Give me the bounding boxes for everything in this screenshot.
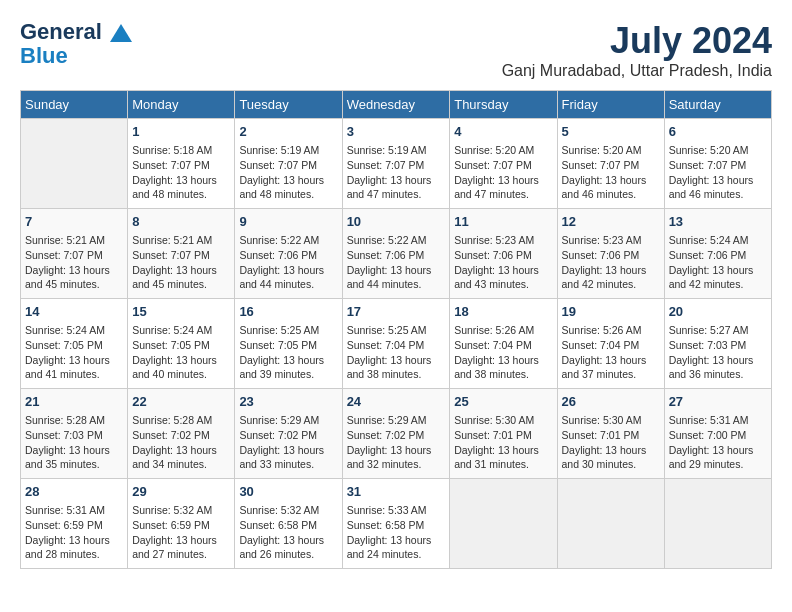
calendar-cell: 25Sunrise: 5:30 AM Sunset: 7:01 PM Dayli…: [450, 389, 557, 479]
day-info: Sunrise: 5:27 AM Sunset: 7:03 PM Dayligh…: [669, 323, 767, 382]
day-number: 6: [669, 123, 767, 141]
day-number: 21: [25, 393, 123, 411]
calendar-cell: [664, 479, 771, 569]
calendar-cell: 1Sunrise: 5:18 AM Sunset: 7:07 PM Daylig…: [128, 119, 235, 209]
day-info: Sunrise: 5:18 AM Sunset: 7:07 PM Dayligh…: [132, 143, 230, 202]
logo-general: General: [20, 20, 132, 44]
day-number: 1: [132, 123, 230, 141]
day-info: Sunrise: 5:32 AM Sunset: 6:58 PM Dayligh…: [239, 503, 337, 562]
day-info: Sunrise: 5:32 AM Sunset: 6:59 PM Dayligh…: [132, 503, 230, 562]
day-info: Sunrise: 5:31 AM Sunset: 6:59 PM Dayligh…: [25, 503, 123, 562]
day-number: 14: [25, 303, 123, 321]
day-number: 26: [562, 393, 660, 411]
day-number: 25: [454, 393, 552, 411]
calendar-cell: 14Sunrise: 5:24 AM Sunset: 7:05 PM Dayli…: [21, 299, 128, 389]
day-number: 5: [562, 123, 660, 141]
day-info: Sunrise: 5:28 AM Sunset: 7:02 PM Dayligh…: [132, 413, 230, 472]
header-row: SundayMondayTuesdayWednesdayThursdayFrid…: [21, 91, 772, 119]
calendar-cell: 9Sunrise: 5:22 AM Sunset: 7:06 PM Daylig…: [235, 209, 342, 299]
day-info: Sunrise: 5:20 AM Sunset: 7:07 PM Dayligh…: [562, 143, 660, 202]
day-info: Sunrise: 5:22 AM Sunset: 7:06 PM Dayligh…: [347, 233, 446, 292]
week-row-3: 14Sunrise: 5:24 AM Sunset: 7:05 PM Dayli…: [21, 299, 772, 389]
week-row-1: 1Sunrise: 5:18 AM Sunset: 7:07 PM Daylig…: [21, 119, 772, 209]
calendar-cell: 10Sunrise: 5:22 AM Sunset: 7:06 PM Dayli…: [342, 209, 450, 299]
week-row-5: 28Sunrise: 5:31 AM Sunset: 6:59 PM Dayli…: [21, 479, 772, 569]
day-header-thursday: Thursday: [450, 91, 557, 119]
day-info: Sunrise: 5:20 AM Sunset: 7:07 PM Dayligh…: [454, 143, 552, 202]
day-number: 3: [347, 123, 446, 141]
day-number: 15: [132, 303, 230, 321]
logo-blue: Blue: [20, 44, 68, 68]
week-row-4: 21Sunrise: 5:28 AM Sunset: 7:03 PM Dayli…: [21, 389, 772, 479]
month-year-title: July 2024: [502, 20, 772, 62]
calendar-cell: [450, 479, 557, 569]
day-header-friday: Friday: [557, 91, 664, 119]
calendar-cell: 11Sunrise: 5:23 AM Sunset: 7:06 PM Dayli…: [450, 209, 557, 299]
day-number: 8: [132, 213, 230, 231]
calendar-table: SundayMondayTuesdayWednesdayThursdayFrid…: [20, 90, 772, 569]
location-label: Ganj Muradabad, Uttar Pradesh, India: [502, 62, 772, 80]
day-info: Sunrise: 5:30 AM Sunset: 7:01 PM Dayligh…: [562, 413, 660, 472]
day-number: 4: [454, 123, 552, 141]
calendar-cell: 26Sunrise: 5:30 AM Sunset: 7:01 PM Dayli…: [557, 389, 664, 479]
day-info: Sunrise: 5:26 AM Sunset: 7:04 PM Dayligh…: [562, 323, 660, 382]
day-number: 28: [25, 483, 123, 501]
day-number: 22: [132, 393, 230, 411]
svg-marker-0: [110, 24, 132, 42]
day-info: Sunrise: 5:24 AM Sunset: 7:05 PM Dayligh…: [132, 323, 230, 382]
calendar-cell: 31Sunrise: 5:33 AM Sunset: 6:58 PM Dayli…: [342, 479, 450, 569]
day-info: Sunrise: 5:33 AM Sunset: 6:58 PM Dayligh…: [347, 503, 446, 562]
day-info: Sunrise: 5:20 AM Sunset: 7:07 PM Dayligh…: [669, 143, 767, 202]
day-header-sunday: Sunday: [21, 91, 128, 119]
day-header-saturday: Saturday: [664, 91, 771, 119]
calendar-cell: 12Sunrise: 5:23 AM Sunset: 7:06 PM Dayli…: [557, 209, 664, 299]
day-info: Sunrise: 5:28 AM Sunset: 7:03 PM Dayligh…: [25, 413, 123, 472]
calendar-cell: 20Sunrise: 5:27 AM Sunset: 7:03 PM Dayli…: [664, 299, 771, 389]
day-number: 20: [669, 303, 767, 321]
day-number: 19: [562, 303, 660, 321]
day-info: Sunrise: 5:22 AM Sunset: 7:06 PM Dayligh…: [239, 233, 337, 292]
calendar-cell: 2Sunrise: 5:19 AM Sunset: 7:07 PM Daylig…: [235, 119, 342, 209]
calendar-cell: 28Sunrise: 5:31 AM Sunset: 6:59 PM Dayli…: [21, 479, 128, 569]
calendar-cell: 6Sunrise: 5:20 AM Sunset: 7:07 PM Daylig…: [664, 119, 771, 209]
calendar-cell: 21Sunrise: 5:28 AM Sunset: 7:03 PM Dayli…: [21, 389, 128, 479]
calendar-cell: 18Sunrise: 5:26 AM Sunset: 7:04 PM Dayli…: [450, 299, 557, 389]
calendar-cell: [557, 479, 664, 569]
calendar-cell: 15Sunrise: 5:24 AM Sunset: 7:05 PM Dayli…: [128, 299, 235, 389]
calendar-cell: 27Sunrise: 5:31 AM Sunset: 7:00 PM Dayli…: [664, 389, 771, 479]
day-number: 23: [239, 393, 337, 411]
day-info: Sunrise: 5:29 AM Sunset: 7:02 PM Dayligh…: [347, 413, 446, 472]
day-info: Sunrise: 5:23 AM Sunset: 7:06 PM Dayligh…: [562, 233, 660, 292]
calendar-cell: 22Sunrise: 5:28 AM Sunset: 7:02 PM Dayli…: [128, 389, 235, 479]
logo-icon: [110, 24, 132, 42]
day-number: 10: [347, 213, 446, 231]
week-row-2: 7Sunrise: 5:21 AM Sunset: 7:07 PM Daylig…: [21, 209, 772, 299]
day-info: Sunrise: 5:25 AM Sunset: 7:04 PM Dayligh…: [347, 323, 446, 382]
day-number: 27: [669, 393, 767, 411]
day-number: 16: [239, 303, 337, 321]
calendar-cell: 7Sunrise: 5:21 AM Sunset: 7:07 PM Daylig…: [21, 209, 128, 299]
day-number: 29: [132, 483, 230, 501]
calendar-cell: 16Sunrise: 5:25 AM Sunset: 7:05 PM Dayli…: [235, 299, 342, 389]
day-number: 2: [239, 123, 337, 141]
day-info: Sunrise: 5:21 AM Sunset: 7:07 PM Dayligh…: [132, 233, 230, 292]
day-info: Sunrise: 5:19 AM Sunset: 7:07 PM Dayligh…: [347, 143, 446, 202]
day-number: 31: [347, 483, 446, 501]
calendar-cell: 4Sunrise: 5:20 AM Sunset: 7:07 PM Daylig…: [450, 119, 557, 209]
day-info: Sunrise: 5:24 AM Sunset: 7:05 PM Dayligh…: [25, 323, 123, 382]
day-number: 17: [347, 303, 446, 321]
calendar-cell: 30Sunrise: 5:32 AM Sunset: 6:58 PM Dayli…: [235, 479, 342, 569]
calendar-cell: 3Sunrise: 5:19 AM Sunset: 7:07 PM Daylig…: [342, 119, 450, 209]
day-number: 24: [347, 393, 446, 411]
page-header: General Blue July 2024 Ganj Muradabad, U…: [20, 20, 772, 80]
day-info: Sunrise: 5:21 AM Sunset: 7:07 PM Dayligh…: [25, 233, 123, 292]
day-number: 12: [562, 213, 660, 231]
calendar-cell: 5Sunrise: 5:20 AM Sunset: 7:07 PM Daylig…: [557, 119, 664, 209]
day-info: Sunrise: 5:29 AM Sunset: 7:02 PM Dayligh…: [239, 413, 337, 472]
day-info: Sunrise: 5:25 AM Sunset: 7:05 PM Dayligh…: [239, 323, 337, 382]
calendar-cell: 13Sunrise: 5:24 AM Sunset: 7:06 PM Dayli…: [664, 209, 771, 299]
calendar-cell: 24Sunrise: 5:29 AM Sunset: 7:02 PM Dayli…: [342, 389, 450, 479]
day-number: 9: [239, 213, 337, 231]
day-info: Sunrise: 5:24 AM Sunset: 7:06 PM Dayligh…: [669, 233, 767, 292]
calendar-cell: 23Sunrise: 5:29 AM Sunset: 7:02 PM Dayli…: [235, 389, 342, 479]
